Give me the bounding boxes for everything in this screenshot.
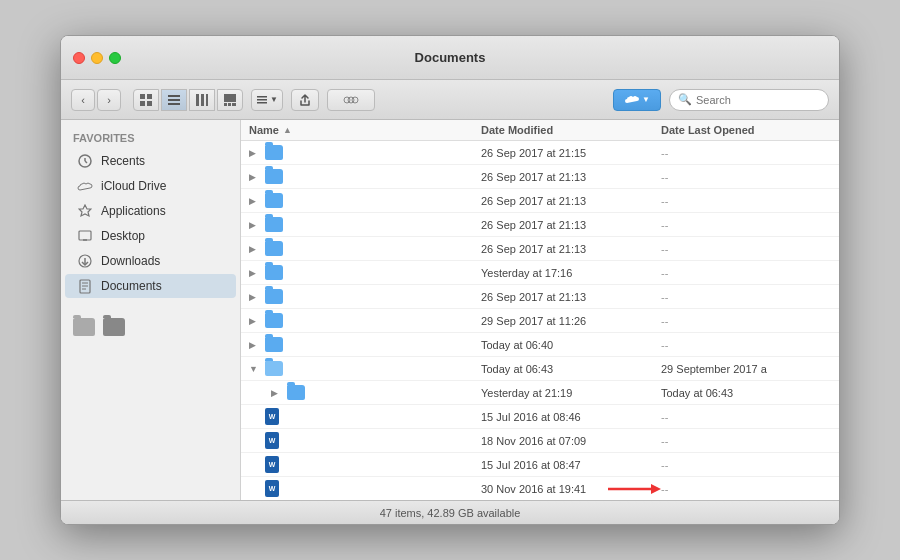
search-box[interactable]: 🔍 [669,89,829,111]
svg-rect-10 [224,94,236,102]
sidebar-item-desktop[interactable]: Desktop [65,224,236,248]
icloud-label: iCloud Drive [101,179,166,193]
table-row[interactable]: ▶ W 15 Jul 2016 at 08:46 -- [241,405,839,429]
svg-rect-6 [168,103,180,105]
forward-button[interactable]: › [97,89,121,111]
file-name-cell: ▶ [271,385,481,400]
sidebar-item-documents[interactable]: Documents [65,274,236,298]
file-list: Name ▲ Date Modified Date Last Opened ▶ … [241,120,839,500]
file-opened: -- [661,339,831,351]
svg-rect-0 [140,94,145,99]
expand-arrow[interactable]: ▶ [249,268,259,278]
applications-label: Applications [101,204,166,218]
share-button[interactable] [291,89,319,111]
toolbar: ‹ › ▼ ▼ [61,80,839,120]
table-row[interactable]: ▶ 26 Sep 2017 at 21:13 -- [241,237,839,261]
expand-arrow[interactable]: ▶ [271,388,281,398]
downloads-icon [77,253,93,269]
file-name-cell: ▶ [249,145,481,160]
back-button[interactable]: ‹ [71,89,95,111]
file-name-cell: ▶ [249,265,481,280]
expand-arrow[interactable]: ▶ [249,340,259,350]
table-row[interactable]: ▶ Yesterday at 21:19 Today at 06:43 [241,381,839,405]
column-view-button[interactable] [189,89,215,111]
file-name-cell: ▶ [249,289,481,304]
file-date: 26 Sep 2017 at 21:13 [481,243,661,255]
table-row[interactable]: ▶ 26 Sep 2017 at 21:13 -- [241,165,839,189]
table-row[interactable]: ▶ 26 Sep 2017 at 21:15 -- [241,141,839,165]
sidebar-item-recents[interactable]: Recents [65,149,236,173]
table-row[interactable]: ▶ Yesterday at 17:16 -- [241,261,839,285]
file-date: 15 Jul 2016 at 08:47 [481,459,661,471]
sidebar-item-downloads[interactable]: Downloads [65,249,236,273]
folder-icon [265,145,283,160]
extra-folder-1[interactable] [73,318,95,336]
expand-arrow[interactable]: ▶ [249,148,259,158]
maximize-button[interactable] [109,52,121,64]
file-name-cell: ▶ W [249,456,481,473]
col-modified-header: Date Modified [481,124,661,136]
tag-button[interactable] [327,89,375,111]
sidebar-item-icloud[interactable]: iCloud Drive [65,174,236,198]
expand-arrow[interactable]: ▼ [249,364,259,374]
table-row[interactable]: ▶ 29 Sep 2017 at 11:26 -- [241,309,839,333]
expand-arrow[interactable]: ▶ [249,220,259,230]
icon-view-button[interactable] [133,89,159,111]
close-button[interactable] [73,52,85,64]
file-name-cell: ▶ [249,241,481,256]
file-date: Yesterday at 17:16 [481,267,661,279]
file-name-cell: ▶ W [249,432,481,449]
file-opened: -- [661,459,831,471]
expand-arrow[interactable]: ▶ [249,172,259,182]
table-row[interactable]: ▶ 26 Sep 2017 at 21:13 -- [241,189,839,213]
expand-arrow[interactable]: ▶ [249,292,259,302]
arrange-button[interactable]: ▼ [251,89,283,111]
list-view-button[interactable] [161,89,187,111]
file-name-cell: ▶ [249,217,481,232]
recents-icon [77,153,93,169]
expand-arrow[interactable]: ▶ [249,316,259,326]
table-row[interactable]: ▼ Today at 06:43 29 September 2017 a [241,357,839,381]
svg-rect-15 [257,99,267,101]
svg-rect-7 [196,94,199,106]
table-row[interactable]: ▶ W 30 Nov 2016 at 19:41 -- [241,477,839,500]
search-input[interactable] [696,94,820,106]
minimize-button[interactable] [91,52,103,64]
file-opened: -- [661,219,831,231]
sidebar: Favorites Recents iCloud Drive Applicati… [61,120,241,500]
sort-arrow: ▲ [283,125,292,135]
file-opened: -- [661,435,831,447]
expand-arrow[interactable]: ▶ [249,244,259,254]
file-opened: Today at 06:43 [661,387,831,399]
file-opened: -- [661,243,831,255]
extra-folder-2[interactable] [103,318,125,336]
file-name-cell: ▶ [249,313,481,328]
table-row[interactable]: ▶ 26 Sep 2017 at 21:13 -- [241,285,839,309]
cover-flow-button[interactable] [217,89,243,111]
svg-rect-13 [232,103,236,106]
icloud-button[interactable]: ▼ [613,89,661,111]
file-date: Today at 06:43 [481,363,661,375]
svg-rect-3 [147,101,152,106]
file-name-cell: ▶ W [249,480,481,497]
file-opened: -- [661,147,831,159]
file-date: 26 Sep 2017 at 21:13 [481,195,661,207]
svg-rect-9 [206,94,208,106]
table-row[interactable]: ▶ W 15 Jul 2016 at 08:47 -- [241,453,839,477]
file-date: 26 Sep 2017 at 21:13 [481,171,661,183]
doc-icon: W [265,432,279,449]
file-date: 29 Sep 2017 at 11:26 [481,315,661,327]
table-row[interactable]: ▶ W 18 Nov 2016 at 07:09 -- [241,429,839,453]
file-date: Today at 06:40 [481,339,661,351]
file-opened: -- [661,483,831,495]
icloud-icon [77,178,93,194]
applications-icon [77,203,93,219]
folder-icon-open [265,361,283,376]
table-row[interactable]: ▶ 26 Sep 2017 at 21:13 -- [241,213,839,237]
sidebar-item-applications[interactable]: Applications [65,199,236,223]
file-opened: -- [661,267,831,279]
file-date: Yesterday at 21:19 [481,387,661,399]
folder-icon [265,289,283,304]
expand-arrow[interactable]: ▶ [249,196,259,206]
table-row[interactable]: ▶ Today at 06:40 -- [241,333,839,357]
